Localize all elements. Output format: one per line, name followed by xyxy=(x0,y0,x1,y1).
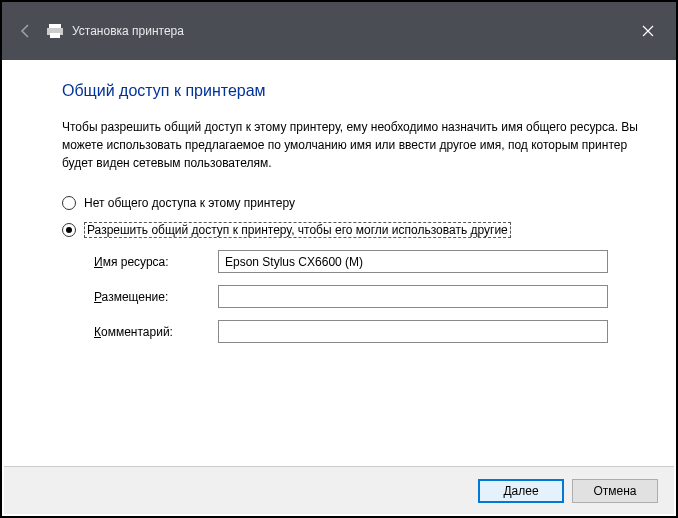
label-share-name: Имя ресурса: xyxy=(94,255,218,269)
radio-label: Нет общего доступа к этому принтеру xyxy=(84,196,295,210)
radio-icon xyxy=(62,196,76,210)
row-location: Размещение: xyxy=(94,285,638,308)
page-heading: Общий доступ к принтерам xyxy=(62,82,638,100)
radio-label: Разрешить общий доступ к принтеру, чтобы… xyxy=(84,222,511,238)
radio-icon-checked xyxy=(62,223,76,237)
radio-no-sharing[interactable]: Нет общего доступа к этому принтеру xyxy=(62,196,638,210)
radio-enable-sharing[interactable]: Разрешить общий доступ к принтеру, чтобы… xyxy=(62,222,638,238)
cancel-button[interactable]: Отмена xyxy=(572,479,658,503)
content-area: Общий доступ к принтерам Чтобы разрешить… xyxy=(2,60,676,343)
input-location[interactable] xyxy=(218,285,608,308)
row-share-name: Имя ресурса: xyxy=(94,250,638,273)
input-share-name[interactable] xyxy=(218,250,608,273)
button-bar: Далее Отмена xyxy=(4,466,674,514)
label-comment: Комментарий: xyxy=(94,325,218,339)
next-button[interactable]: Далее xyxy=(478,479,564,503)
label-location: Размещение: xyxy=(94,290,218,304)
row-comment: Комментарий: xyxy=(94,320,638,343)
sharing-form: Имя ресурса: Размещение: Комментарий: xyxy=(94,250,638,343)
close-button[interactable] xyxy=(628,11,668,51)
svg-rect-0 xyxy=(49,24,61,28)
printer-icon xyxy=(46,22,64,40)
titlebar: Установка принтера xyxy=(2,2,676,60)
input-comment[interactable] xyxy=(218,320,608,343)
svg-rect-2 xyxy=(50,33,60,38)
back-arrow-icon[interactable] xyxy=(18,23,34,39)
page-description: Чтобы разрешить общий доступ к этому при… xyxy=(62,118,638,172)
window-title: Установка принтера xyxy=(72,24,184,38)
